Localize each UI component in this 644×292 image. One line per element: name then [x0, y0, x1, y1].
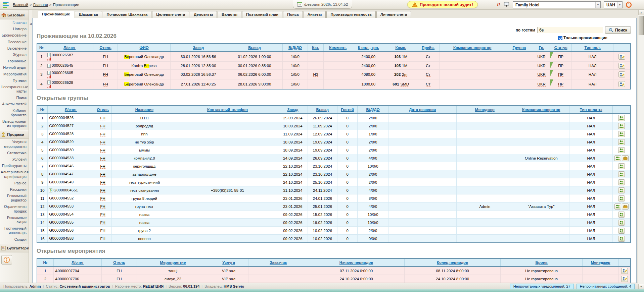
col-header-Статус[interactable]: Статус	[550, 44, 571, 52]
col-header-В/Д/ДО[interactable]: В/Д/ДО	[283, 44, 308, 52]
tab-анкеты[interactable]: Анкеты	[304, 11, 326, 18]
hotel-link[interactable]: FH	[100, 164, 105, 169]
open-group-button[interactable]	[618, 228, 625, 234]
hotel-link[interactable]: FH	[100, 237, 105, 241]
pricelist-link[interactable]: Ст	[426, 72, 430, 77]
dollar-icon[interactable]: $	[49, 188, 52, 192]
col-header-Коммент.[interactable]: Коммент.	[324, 44, 352, 52]
citizenship-link[interactable]: UKR	[538, 72, 546, 77]
edit-resident-button[interactable]	[618, 81, 625, 87]
sidebar-collapse-icon[interactable]: ◀	[29, 22, 32, 25]
hotel-link[interactable]: FH	[100, 221, 105, 225]
hotel-link[interactable]: FH	[100, 140, 105, 144]
col-header-В/Д/ДО[interactable]: В/Д/ДО	[358, 106, 388, 114]
info-icon[interactable]: i	[47, 71, 51, 75]
sidebar-splitter[interactable]: ◀	[29, 10, 32, 283]
col-header-Бронь[interactable]: Бронь	[501, 258, 583, 267]
col-header-Отель[interactable]: Отель	[94, 106, 112, 114]
hotel-link[interactable]: FH	[117, 269, 122, 273]
col-header-Выезд[interactable]: Выезд	[308, 106, 337, 114]
sync-arrows-icon[interactable]: ⇄	[497, 2, 500, 7]
citizenship-link[interactable]: UKR	[538, 55, 546, 59]
col-header-№[interactable]: №	[37, 106, 48, 114]
citizenship-link[interactable]: UKR	[538, 82, 546, 86]
col-header-Л/счет[interactable]: Л/счет	[54, 258, 102, 267]
info-icon[interactable]: i	[47, 80, 51, 84]
sidebar-item-анкеты-гостей[interactable]: Анкеты гостей	[0, 101, 29, 107]
col-header-Конец периодов[interactable]: Конец периодов	[404, 258, 500, 267]
col-header-Комн.[interactable]: Комн.	[385, 44, 417, 52]
sidebar-item-рекламные-акции[interactable]: Рекламные акции	[0, 215, 29, 225]
hotel-link[interactable]: FH	[103, 55, 108, 59]
open-group-button[interactable]	[618, 115, 625, 121]
currency-select[interactable]: UAH ▼	[604, 1, 623, 8]
col-header-Компания-оператор[interactable]: Компания-оператор	[513, 106, 569, 114]
open-group-button[interactable]	[618, 236, 625, 242]
hotel-link[interactable]: FH	[100, 229, 105, 233]
col-header-Тип опл.[interactable]: Тип опл.	[572, 44, 613, 52]
tab-целевые-счета[interactable]: Целевые счета	[152, 11, 189, 18]
open-group-button[interactable]	[618, 131, 625, 137]
room-type-link[interactable]: 2m	[402, 72, 407, 77]
open-group-button[interactable]	[614, 203, 621, 210]
hotel-link[interactable]: FH	[100, 116, 105, 120]
room-type-link[interactable]: 1M	[402, 64, 407, 68]
open-group-button[interactable]	[618, 171, 625, 177]
col-header-Заказчик[interactable]: Заказчик	[248, 258, 308, 267]
col-header-№[interactable]: №	[37, 258, 54, 267]
company-button[interactable]	[622, 203, 629, 210]
edit-event-button[interactable]	[621, 268, 628, 274]
col-header-№[interactable]: №	[37, 44, 46, 52]
unread-notifications-badge[interactable]: Непрочитанных уведомлений: 27	[510, 284, 574, 289]
col-header-Гр.[interactable]: Гр.	[533, 44, 550, 52]
date-widget[interactable]: 10 февраля 2026г. 13:04:52	[293, 0, 352, 9]
category-link[interactable]: НЗ	[313, 72, 318, 77]
tab-шахматка[interactable]: Шахматка	[75, 11, 102, 18]
col-header-Компания-оператор[interactable]: Компания-оператор	[440, 44, 505, 52]
sidebar-item-ночной-аудит[interactable]: Ночной аудит	[0, 64, 29, 71]
hotel-link[interactable]: FH	[100, 124, 105, 128]
sidebar-item-услуги-и-мероприятия[interactable]: Услуги и мероприятия	[0, 139, 29, 150]
col-header-Контактный телефон[interactable]: Контактный телефон	[177, 106, 278, 114]
info-icon[interactable]: i	[47, 53, 51, 57]
sidebar-section-sales[interactable]: Продажи	[0, 130, 29, 139]
sidebar-item-поиск[interactable]: Поиск	[0, 95, 29, 101]
sidebar-item-журнал[interactable]: Журнал	[0, 52, 29, 58]
hotel-link[interactable]: FH	[100, 172, 105, 177]
open-group-button[interactable]	[618, 179, 625, 185]
col-header-Отель[interactable]: Отель	[102, 258, 137, 267]
col-header-Прейс.[interactable]: Прейс.	[417, 44, 439, 52]
tab-поиск[interactable]: Поиск	[283, 11, 303, 18]
open-group-button[interactable]	[618, 187, 625, 193]
room-type-link[interactable]: SMD	[401, 82, 409, 86]
status-link[interactable]: ПР	[558, 82, 563, 86]
breadcrumb-link-base[interactable]: Базовый	[13, 3, 28, 7]
col-header-Услуга[interactable]: Услуга	[209, 258, 248, 267]
edit-resident-button[interactable]	[618, 54, 625, 60]
col-header-Тип оплаты[interactable]: Тип оплаты	[569, 106, 613, 114]
hotel-link[interactable]: FH	[100, 148, 105, 153]
col-header-Гостей[interactable]: Гостей	[337, 106, 358, 114]
workstation-monitor-icon[interactable]	[504, 2, 509, 8]
open-group-button[interactable]	[618, 220, 625, 226]
sidebar-section-base[interactable]: Базовый	[0, 11, 29, 19]
edit-event-button[interactable]	[621, 276, 628, 282]
sidebar-item-ограничения-продаж[interactable]: Ограничения продаж	[0, 203, 29, 214]
tab-личные-счета[interactable]: Личные счета	[376, 11, 411, 18]
search-button[interactable]: Поиск	[605, 26, 631, 34]
hotel-link[interactable]: FH	[100, 196, 105, 201]
sidebar-item-выселение[interactable]: Выселение	[0, 45, 29, 52]
citizenship-link[interactable]: UKR	[538, 64, 546, 68]
hotel-link[interactable]: FH	[103, 72, 108, 77]
col-header-Начало периодов[interactable]: Начало периодов	[308, 258, 404, 267]
hotel-link[interactable]: FH	[103, 64, 108, 68]
pricelist-link[interactable]: Ст	[426, 64, 430, 68]
sidebar-item-статистика[interactable]: Статистика	[0, 150, 29, 156]
tab-проживающие[interactable]: Проживающие	[38, 11, 74, 18]
hotel-link[interactable]: FH	[100, 188, 105, 193]
col-header-Л/счет[interactable]: Л/счет	[46, 44, 93, 52]
sidebar-item-условия[interactable]: Условия	[0, 156, 29, 163]
col-header-Менеджер[interactable]: Менеджер	[583, 258, 619, 267]
company-button[interactable]	[622, 155, 629, 161]
open-group-button[interactable]	[618, 195, 625, 201]
